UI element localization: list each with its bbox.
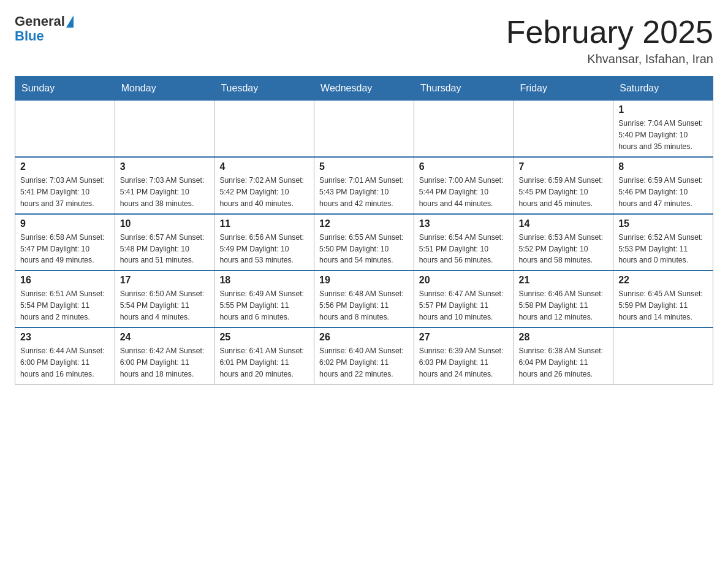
day-number: 8 [618,161,708,172]
day-number: 23 [20,332,110,343]
day-number: 15 [618,218,708,229]
calendar-cell: 17Sunrise: 6:50 AM Sunset: 5:54 PM Dayli… [115,270,214,327]
day-info: Sunrise: 6:48 AM Sunset: 5:56 PM Dayligh… [319,288,409,323]
calendar-header-row: SundayMondayTuesdayWednesdayThursdayFrid… [15,77,713,101]
day-number: 9 [20,218,110,229]
day-number: 2 [20,161,110,172]
day-info: Sunrise: 6:46 AM Sunset: 5:58 PM Dayligh… [519,288,609,323]
day-info: Sunrise: 6:59 AM Sunset: 5:45 PM Dayligh… [519,175,609,210]
calendar-cell [214,101,314,157]
calendar-cell: 24Sunrise: 6:42 AM Sunset: 6:00 PM Dayli… [115,327,214,384]
day-info: Sunrise: 6:50 AM Sunset: 5:54 PM Dayligh… [120,288,210,323]
calendar-cell: 9Sunrise: 6:58 AM Sunset: 5:47 PM Daylig… [15,214,115,271]
day-number: 22 [618,275,708,286]
calendar-cell: 28Sunrise: 6:38 AM Sunset: 6:04 PM Dayli… [514,327,613,384]
day-info: Sunrise: 6:56 AM Sunset: 5:49 PM Dayligh… [219,232,309,267]
day-number: 16 [20,275,110,286]
calendar-day-header: Tuesday [214,77,314,101]
title-block: February 2025 Khvansar, Isfahan, Iran [506,15,713,66]
calendar-cell: 25Sunrise: 6:41 AM Sunset: 6:01 PM Dayli… [214,327,314,384]
day-info: Sunrise: 6:39 AM Sunset: 6:03 PM Dayligh… [419,345,509,380]
day-number: 24 [120,332,210,343]
day-info: Sunrise: 6:51 AM Sunset: 5:54 PM Dayligh… [20,288,110,323]
day-number: 3 [120,161,210,172]
calendar-cell: 6Sunrise: 7:00 AM Sunset: 5:44 PM Daylig… [414,157,514,214]
day-number: 6 [419,161,509,172]
calendar-cell: 11Sunrise: 6:56 AM Sunset: 5:49 PM Dayli… [214,214,314,271]
day-number: 26 [319,332,409,343]
calendar-cell: 19Sunrise: 6:48 AM Sunset: 5:56 PM Dayli… [314,270,414,327]
calendar-day-header: Sunday [15,77,115,101]
calendar-day-header: Monday [115,77,214,101]
day-info: Sunrise: 6:49 AM Sunset: 5:55 PM Dayligh… [219,288,309,323]
day-number: 12 [319,218,409,229]
calendar-day-header: Thursday [414,77,514,101]
location-text: Khvansar, Isfahan, Iran [506,52,713,66]
logo-triangle-icon [66,15,74,28]
day-info: Sunrise: 7:03 AM Sunset: 5:41 PM Dayligh… [20,175,110,210]
calendar-cell: 20Sunrise: 6:47 AM Sunset: 5:57 PM Dayli… [414,270,514,327]
calendar-cell: 18Sunrise: 6:49 AM Sunset: 5:55 PM Dayli… [214,270,314,327]
day-number: 10 [120,218,210,229]
day-number: 19 [319,275,409,286]
calendar-cell: 8Sunrise: 6:59 AM Sunset: 5:46 PM Daylig… [613,157,713,214]
day-info: Sunrise: 6:58 AM Sunset: 5:47 PM Dayligh… [20,232,110,267]
calendar-cell: 13Sunrise: 6:54 AM Sunset: 5:51 PM Dayli… [414,214,514,271]
calendar-cell: 15Sunrise: 6:52 AM Sunset: 5:53 PM Dayli… [613,214,713,271]
logo-general-text: General [15,15,65,28]
day-info: Sunrise: 6:47 AM Sunset: 5:57 PM Dayligh… [419,288,509,323]
calendar-cell: 2Sunrise: 7:03 AM Sunset: 5:41 PM Daylig… [15,157,115,214]
day-info: Sunrise: 7:01 AM Sunset: 5:43 PM Dayligh… [319,175,409,210]
month-title: February 2025 [506,15,713,50]
calendar-cell: 23Sunrise: 6:44 AM Sunset: 6:00 PM Dayli… [15,327,115,384]
calendar-cell: 16Sunrise: 6:51 AM Sunset: 5:54 PM Dayli… [15,270,115,327]
calendar-day-header: Saturday [613,77,713,101]
day-info: Sunrise: 7:00 AM Sunset: 5:44 PM Dayligh… [419,175,509,210]
day-number: 11 [219,218,309,229]
calendar-cell: 21Sunrise: 6:46 AM Sunset: 5:58 PM Dayli… [514,270,613,327]
day-number: 17 [120,275,210,286]
day-info: Sunrise: 6:45 AM Sunset: 5:59 PM Dayligh… [618,288,708,323]
day-number: 13 [419,218,509,229]
day-info: Sunrise: 7:03 AM Sunset: 5:41 PM Dayligh… [120,175,210,210]
calendar-table: SundayMondayTuesdayWednesdayThursdayFrid… [15,76,713,385]
calendar-cell: 7Sunrise: 6:59 AM Sunset: 5:45 PM Daylig… [514,157,613,214]
day-number: 4 [219,161,309,172]
day-number: 28 [519,332,609,343]
calendar-cell: 5Sunrise: 7:01 AM Sunset: 5:43 PM Daylig… [314,157,414,214]
calendar-cell [314,101,414,157]
calendar-week-row: 1Sunrise: 7:04 AM Sunset: 5:40 PM Daylig… [15,101,713,157]
day-info: Sunrise: 6:41 AM Sunset: 6:01 PM Dayligh… [219,345,309,380]
calendar-cell: 22Sunrise: 6:45 AM Sunset: 5:59 PM Dayli… [613,270,713,327]
day-info: Sunrise: 6:44 AM Sunset: 6:00 PM Dayligh… [20,345,110,380]
calendar-week-row: 9Sunrise: 6:58 AM Sunset: 5:47 PM Daylig… [15,214,713,271]
day-number: 14 [519,218,609,229]
calendar-cell: 12Sunrise: 6:55 AM Sunset: 5:50 PM Dayli… [314,214,414,271]
day-info: Sunrise: 6:40 AM Sunset: 6:02 PM Dayligh… [319,345,409,380]
calendar-cell: 3Sunrise: 7:03 AM Sunset: 5:41 PM Daylig… [115,157,214,214]
day-info: Sunrise: 6:59 AM Sunset: 5:46 PM Dayligh… [618,175,708,210]
calendar-cell [414,101,514,157]
calendar-cell: 14Sunrise: 6:53 AM Sunset: 5:52 PM Dayli… [514,214,613,271]
day-info: Sunrise: 6:55 AM Sunset: 5:50 PM Dayligh… [319,232,409,267]
day-number: 21 [519,275,609,286]
logo: General Blue [15,15,75,44]
calendar-cell [115,101,214,157]
day-number: 25 [219,332,309,343]
calendar-week-row: 2Sunrise: 7:03 AM Sunset: 5:41 PM Daylig… [15,157,713,214]
day-number: 1 [618,104,708,115]
calendar-cell: 4Sunrise: 7:02 AM Sunset: 5:42 PM Daylig… [214,157,314,214]
calendar-cell: 1Sunrise: 7:04 AM Sunset: 5:40 PM Daylig… [613,101,713,157]
day-info: Sunrise: 6:54 AM Sunset: 5:51 PM Dayligh… [419,232,509,267]
page-header: General Blue February 2025 Khvansar, Isf… [15,15,713,66]
day-info: Sunrise: 6:53 AM Sunset: 5:52 PM Dayligh… [519,232,609,267]
day-number: 5 [319,161,409,172]
day-info: Sunrise: 6:38 AM Sunset: 6:04 PM Dayligh… [519,345,609,380]
calendar-cell: 27Sunrise: 6:39 AM Sunset: 6:03 PM Dayli… [414,327,514,384]
day-info: Sunrise: 7:02 AM Sunset: 5:42 PM Dayligh… [219,175,309,210]
calendar-day-header: Wednesday [314,77,414,101]
calendar-cell [514,101,613,157]
calendar-cell [613,327,713,384]
day-number: 7 [519,161,609,172]
day-number: 27 [419,332,509,343]
